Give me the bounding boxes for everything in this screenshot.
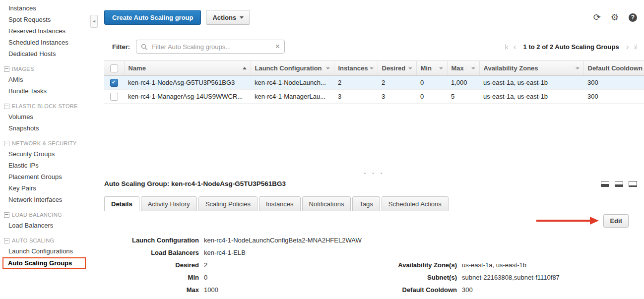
row-checkbox[interactable] (110, 93, 118, 101)
panel-splitter[interactable]: • • • (104, 170, 644, 176)
create-asg-button[interactable]: Create Auto Scaling group (104, 10, 201, 25)
search-icon (141, 44, 147, 50)
layout-icons (601, 181, 637, 187)
layout-bottom-panel-icon[interactable] (615, 181, 623, 187)
sidebar-item-scheduled-instances[interactable]: Scheduled Instances (0, 37, 97, 48)
sidebar-item-volumes[interactable]: Volumes (0, 111, 97, 122)
detail-right-label: Subnet(s) (373, 271, 457, 284)
tab-scheduled-actions[interactable]: Scheduled Actions (382, 196, 449, 211)
tab-details[interactable]: Details (104, 196, 139, 211)
tab-instances[interactable]: Instances (259, 196, 301, 211)
sidebar-nav: InstancesSpot RequestsReserved Instances… (0, 2, 97, 269)
cell-instances: 3 (334, 90, 378, 104)
column-header-availability-zones[interactable]: Availability Zones (479, 61, 583, 76)
table-header-row: NameLaunch ConfigurationInstancesDesired… (104, 61, 644, 76)
actions-button[interactable]: Actions (206, 10, 250, 25)
sidebar-item-dedicated-hosts[interactable]: Dedicated Hosts (0, 48, 97, 60)
sidebar-item-snapshots[interactable]: Snapshots (0, 122, 97, 134)
column-header-name[interactable]: Name (124, 61, 251, 76)
detail-right-value: 300 (462, 284, 644, 296)
tab-activity-history[interactable]: Activity History (141, 196, 197, 211)
filter-label: Filter: (112, 43, 130, 51)
pagination-text: 1 to 2 of 2 Auto Scaling Groups (523, 43, 619, 51)
detail-left-label: Launch Configuration (113, 234, 199, 246)
sidebar-item-instances[interactable]: Instances (0, 2, 97, 14)
column-header-label: Desired (382, 64, 406, 72)
tab-scaling-policies[interactable]: Scaling Policies (198, 196, 258, 211)
first-page-button[interactable]: ‹ (505, 43, 509, 51)
edit-button[interactable]: Edit (603, 214, 629, 228)
sidebar-item-reserved-instances[interactable]: Reserved Instances (0, 25, 97, 37)
toolbar: Create Auto Scaling group Actions ⟳ ⚙ ? (104, 10, 644, 25)
detail-left-value: 2 (204, 259, 368, 271)
detail-right-value (462, 234, 644, 246)
column-header-desired[interactable]: Desired (378, 61, 416, 76)
cell-name: ken-rc4-1-ManagerAsg-14US9WWCR... (124, 90, 251, 104)
collapse-section-icon (4, 104, 9, 109)
sidebar-section-images[interactable]: IMAGES (4, 66, 97, 72)
details-fields: Launch Configurationken-rc4-1-NodeLaunch… (104, 234, 644, 299)
prev-page-button[interactable]: ‹ (514, 43, 516, 51)
row-checkbox[interactable] (110, 79, 118, 87)
collapse-section-icon (4, 141, 9, 146)
detail-left-label: Desired (113, 259, 199, 271)
tab-notifications[interactable]: Notifications (302, 196, 351, 211)
last-page-button[interactable]: › (634, 43, 637, 51)
cell-min: 0 (416, 90, 447, 104)
cell-default-cooldown: 300 (583, 76, 644, 90)
actions-button-label: Actions (212, 14, 236, 21)
cell-launch-configuration: ken-rc4-1-NodeLaunch... (251, 76, 334, 90)
column-header-label: Min (421, 64, 432, 72)
sidebar: InstancesSpot RequestsReserved Instances… (0, 0, 97, 299)
column-header-max[interactable]: Max (447, 61, 479, 76)
column-dropdown-icon (370, 67, 374, 69)
table-row[interactable]: ken-rc4-1-ManagerAsg-14US9WWCR...ken-rc4… (104, 90, 644, 104)
column-dropdown-icon (439, 67, 443, 69)
sidebar-section-label: ELASTIC BLOCK STORE (12, 103, 78, 109)
sidebar-item-load-balancers[interactable]: Load Balancers (0, 220, 97, 231)
layout-split-view-icon[interactable] (601, 181, 609, 187)
column-dropdown-icon (326, 67, 330, 69)
gear-icon[interactable]: ⚙ (611, 13, 619, 22)
sidebar-item-key-pairs[interactable]: Key Pairs (0, 182, 97, 194)
detail-left-value: 0 (204, 271, 368, 284)
sidebar-item-network-interfaces[interactable]: Network Interfaces (0, 194, 97, 205)
sidebar-item-launch-configurations[interactable]: Launch Configurations (0, 245, 97, 257)
detail-left-value: ken-rc4-1-ELB (204, 246, 368, 259)
column-header-default-cooldown[interactable]: Default Cooldown (583, 61, 644, 76)
sidebar-section-load-balancing[interactable]: LOAD BALANCING (4, 212, 97, 218)
sidebar-collapse-button[interactable]: ◀ (90, 15, 98, 28)
sidebar-section-auto-scaling[interactable]: AUTO SCALING (4, 238, 97, 243)
table-row[interactable]: ken-rc4-1-NodeAsg-G5TU3P561BG3ken-rc4-1-… (104, 76, 644, 90)
sidebar-item-placement-groups[interactable]: Placement Groups (0, 171, 97, 182)
sidebar-item-security-groups[interactable]: Security Groups (0, 148, 97, 160)
column-header-launch-configuration[interactable]: Launch Configuration (251, 61, 334, 76)
select-all-checkbox[interactable] (110, 64, 118, 72)
help-icon[interactable]: ? (629, 13, 637, 22)
layout-full-view-icon[interactable] (629, 181, 637, 187)
filter-input[interactable] (151, 43, 272, 51)
sidebar-item-elastic-ips[interactable]: Elastic IPs (0, 160, 97, 171)
next-page-button[interactable]: › (626, 43, 629, 51)
column-header-instances[interactable]: Instances (334, 61, 378, 76)
select-all-header-cell (104, 61, 124, 76)
clear-filter-icon[interactable]: × (275, 43, 280, 51)
sidebar-section-network-security[interactable]: NETWORK & SECURITY (4, 140, 97, 146)
column-header-label: Max (451, 64, 464, 72)
sidebar-section-elastic-block-store[interactable]: ELASTIC BLOCK STORE (4, 103, 97, 109)
sidebar-item-auto-scaling-groups[interactable]: Auto Scaling Groups (2, 257, 86, 269)
column-dropdown-icon (408, 67, 412, 69)
refresh-icon[interactable]: ⟳ (593, 13, 601, 22)
column-dropdown-icon (576, 67, 580, 69)
collapse-left-icon: ◀ (93, 19, 95, 23)
column-header-min[interactable]: Min (416, 61, 447, 76)
annotation-arrow (535, 216, 600, 225)
tab-tags[interactable]: Tags (352, 196, 380, 211)
pagination: ‹ ‹ 1 to 2 of 2 Auto Scaling Groups › › (505, 43, 637, 51)
sidebar-item-amis[interactable]: AMIs (0, 74, 97, 85)
asg-table: NameLaunch ConfigurationInstancesDesired… (104, 60, 644, 104)
edit-row: Edit (104, 211, 637, 232)
sidebar-item-bundle-tasks[interactable]: Bundle Tasks (0, 85, 97, 97)
sidebar-item-spot-requests[interactable]: Spot Requests (0, 14, 97, 25)
detail-left-label: Max (113, 284, 199, 296)
